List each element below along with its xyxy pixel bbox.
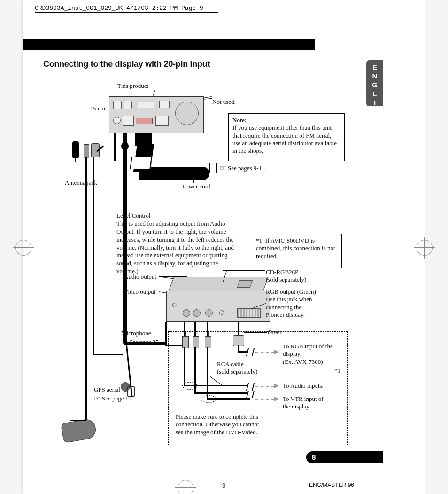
level-title: Level Control	[116, 212, 151, 219]
label-cd-rgb: CD-RGB26P (sold separately)	[266, 268, 306, 284]
chapter-bar	[23, 39, 315, 50]
plug-icon	[84, 144, 89, 158]
label-video-output: Video output	[124, 288, 155, 296]
label-audio-output: Audio output	[124, 273, 156, 281]
label-power-cord: Power cord	[182, 183, 210, 190]
label-rgb-output: RGB output (Green) Use this jack when co…	[266, 288, 316, 319]
label-see-page-19: ☞See page 19.	[94, 394, 133, 403]
label-rca: RCA cable (sold separately)	[217, 361, 257, 376]
crop-mark-icon	[15, 240, 31, 256]
section-title: Connecting to the display with 20-pin in…	[43, 59, 210, 69]
main-unit-rear-icon	[109, 96, 204, 133]
crop-mark-icon	[417, 240, 433, 256]
cable-break-icon	[209, 163, 217, 173]
connection-diagram: This product 15 cm Not used. Antenna jac…	[43, 78, 363, 454]
label-dvd-warning: Please make sure to complete this connec…	[176, 413, 270, 436]
label-15cm: 15 cm	[90, 105, 105, 112]
crop-mark-icon	[178, 480, 193, 494]
label-this-product: This product	[117, 82, 148, 90]
pointing-hand-icon: ☞	[121, 338, 127, 345]
label-star1: *1	[334, 367, 340, 375]
manual-page: CRD3803A_inst_001_029_UK 4/1/03 2:22 PM …	[23, 0, 425, 494]
crop-mark-icon	[179, 10, 195, 26]
label-see-page-25: ☞See page 25.	[121, 338, 160, 346]
page-number: 9	[222, 482, 226, 489]
rca-plug-icon	[205, 336, 211, 348]
fan-icon	[175, 102, 199, 125]
note-title: Note:	[232, 117, 247, 124]
pointing-hand-icon: ☞	[94, 395, 100, 402]
label-to-audio: To Audio inputs.	[283, 382, 324, 390]
footer-code: ENG/MASTER 96	[309, 482, 354, 488]
pointing-hand-icon: ☞	[220, 165, 226, 172]
level-body: This is used for adjusting output from A…	[116, 220, 234, 274]
note-box: Note: If you use equipment other than th…	[228, 113, 345, 161]
language-tab: ENGLISH	[366, 60, 383, 106]
label-not-used: Not used.	[212, 98, 236, 106]
section-rule	[43, 71, 190, 71]
label-antenna-jack: Antenna jack	[65, 179, 97, 187]
label-see-pages: ☞See pages 9-11.	[220, 164, 266, 173]
antenna-plug-icon	[72, 141, 79, 158]
print-header: CRD3803A_inst_001_029_UK 4/1/03 2:22 PM …	[35, 5, 203, 12]
label-to-vtr: To VTR input of the display.	[283, 395, 324, 411]
label-microphone: Microphone	[121, 329, 151, 337]
label-gps-aerial: GPS aerial	[94, 386, 120, 393]
label-to-rgb: To RGB input of the display. (Ex. AVX-73…	[283, 343, 333, 366]
language-label: ENGLISH	[371, 63, 379, 125]
rca-plug-icon	[193, 336, 199, 348]
note-body: If you use equipment other than this uni…	[232, 124, 337, 154]
hideaway-unit-icon	[166, 277, 270, 324]
gps-antenna-icon	[61, 418, 97, 443]
label-green: Green	[268, 329, 283, 336]
cable-break-icon	[130, 157, 152, 169]
footnote-box: *1: If AVIC-800DVD is combined, this con…	[252, 234, 342, 268]
rgb-plug-icon	[233, 335, 244, 346]
rca-plug-icon	[182, 336, 189, 348]
level-control-text: Level Control This is used for adjusting…	[116, 212, 237, 275]
